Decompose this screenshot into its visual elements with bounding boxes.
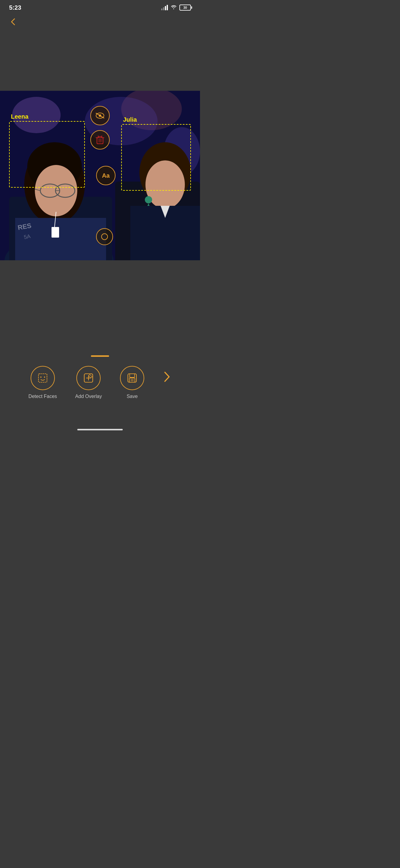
svg-point-22: [145, 196, 152, 204]
detect-faces-icon-circle[interactable]: [31, 366, 55, 390]
home-indicator: [77, 429, 123, 430]
status-bar: 5:23 30: [0, 0, 200, 15]
battery-icon: 30: [179, 4, 191, 10]
status-time: 5:23: [9, 4, 21, 11]
photo-editor-image: RES 5A Leena Julia Aa: [0, 91, 200, 260]
add-overlay-icon: [82, 372, 94, 384]
delete-button[interactable]: [90, 130, 110, 150]
hide-button[interactable]: [90, 106, 110, 125]
svg-text:5A: 5A: [23, 233, 31, 240]
signal-icon: [161, 5, 168, 10]
back-button[interactable]: [9, 18, 18, 28]
add-overlay-button[interactable]: Add Overlay: [75, 366, 102, 399]
face-label-left: Leena: [11, 113, 28, 120]
drag-handle[interactable]: [96, 228, 113, 245]
wifi-icon: [170, 4, 177, 11]
text-button[interactable]: Aa: [96, 166, 115, 185]
toolbar-buttons: Detect Faces Add Overlay: [0, 366, 200, 399]
toolbar: Detect Faces Add Overlay: [0, 349, 200, 434]
svg-point-36: [102, 234, 108, 240]
detect-faces-icon: [37, 372, 49, 384]
face-label-right: Julia: [123, 116, 137, 123]
svg-point-38: [40, 376, 41, 378]
save-icon: [126, 372, 138, 384]
status-icons: 30: [161, 4, 191, 11]
add-overlay-icon-circle[interactable]: [76, 366, 101, 390]
more-arrow[interactable]: [163, 369, 172, 387]
svg-point-39: [44, 376, 45, 378]
add-overlay-label: Add Overlay: [75, 394, 102, 399]
svg-rect-18: [52, 227, 59, 238]
face-box-left: Leena: [9, 121, 85, 188]
toolbar-handle: [91, 355, 109, 357]
svg-rect-44: [131, 379, 134, 381]
face-box-right: Julia: [121, 124, 191, 191]
save-label: Save: [127, 394, 138, 399]
save-icon-circle[interactable]: [120, 366, 144, 390]
detect-faces-button[interactable]: Detect Faces: [28, 366, 57, 399]
svg-rect-42: [130, 374, 135, 377]
svg-rect-37: [38, 374, 47, 382]
detect-faces-label: Detect Faces: [28, 394, 57, 399]
svg-rect-29: [97, 138, 103, 144]
save-button[interactable]: Save: [120, 366, 144, 399]
